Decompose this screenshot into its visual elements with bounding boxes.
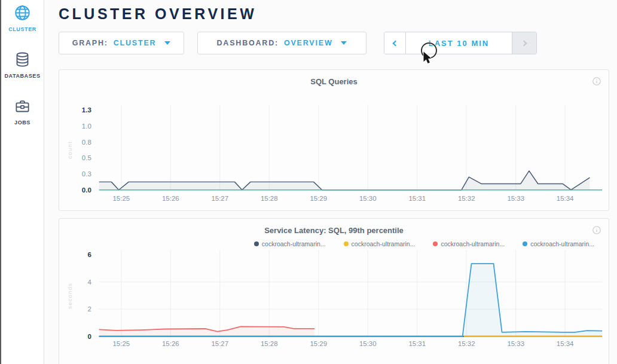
- svg-text:15:33: 15:33: [507, 195, 524, 202]
- sidebar-item-label: DATABASES: [4, 73, 40, 79]
- chevron-right-icon: [521, 40, 527, 46]
- svg-text:2: 2: [87, 305, 91, 313]
- dashboard-dropdown-value: OVERVIEW: [284, 39, 333, 47]
- legend-item[interactable]: cockroach-ultramarin...: [344, 240, 416, 247]
- main-content: CLUSTER OVERVIEW GRAPH: CLUSTER DASHBOAR…: [45, 0, 617, 364]
- svg-text:15:25: 15:25: [113, 340, 130, 347]
- page-title: CLUSTER OVERVIEW: [59, 5, 609, 23]
- sidebar: CLUSTER DATABASES JOBS: [1, 0, 44, 364]
- svg-text:15:26: 15:26: [162, 340, 179, 347]
- chart-title: Service Latency: SQL, 99th percentile: [59, 219, 609, 235]
- dashboard-dropdown[interactable]: DASHBOARD: OVERVIEW: [197, 32, 366, 54]
- time-window-dropdown[interactable]: LAST 10 MIN: [406, 32, 512, 54]
- legend-item[interactable]: cockroach-ultramarin...: [523, 240, 594, 247]
- chevron-down-icon: [164, 41, 170, 45]
- graph-dropdown[interactable]: GRAPH: CLUSTER: [59, 32, 184, 54]
- svg-text:15:26: 15:26: [162, 195, 179, 202]
- sidebar-item-cluster[interactable]: CLUSTER: [8, 5, 36, 32]
- svg-text:15:32: 15:32: [458, 340, 475, 347]
- time-window-next-button[interactable]: [512, 32, 536, 54]
- svg-text:1.0: 1.0: [82, 123, 91, 130]
- time-window-selector: LAST 10 MIN: [384, 32, 537, 54]
- svg-text:15:29: 15:29: [310, 340, 327, 347]
- svg-text:15:33: 15:33: [507, 340, 524, 347]
- svg-text:15:32: 15:32: [458, 195, 475, 202]
- legend-item[interactable]: cockroach-ultramarin...: [433, 240, 505, 247]
- svg-text:0: 0: [87, 333, 91, 340]
- service-latency-panel: Service Latency: SQL, 99th percentile co…: [59, 218, 609, 364]
- svg-text:15:31: 15:31: [408, 340, 426, 347]
- graph-dropdown-value: CLUSTER: [114, 39, 157, 47]
- sidebar-item-databases[interactable]: DATABASES: [4, 51, 40, 79]
- svg-text:15:30: 15:30: [359, 340, 377, 347]
- info-icon[interactable]: [592, 77, 601, 85]
- svg-text:0.0: 0.0: [82, 186, 91, 194]
- graph-dropdown-label: GRAPH:: [72, 39, 108, 47]
- globe-icon: [14, 5, 30, 23]
- svg-text:15:25: 15:25: [113, 195, 130, 202]
- legend-dot-icon: [433, 241, 438, 246]
- info-icon[interactable]: [592, 226, 601, 234]
- legend-dot-icon: [344, 241, 349, 246]
- svg-text:15:28: 15:28: [261, 195, 278, 202]
- svg-text:15:30: 15:30: [359, 195, 377, 202]
- svg-text:15:31: 15:31: [408, 195, 426, 202]
- chevron-left-icon: [393, 40, 399, 46]
- dashboard-dropdown-label: DASHBOARD:: [217, 39, 279, 47]
- svg-text:6: 6: [87, 251, 91, 258]
- legend: cockroach-ultramarin...cockroach-ultrama…: [59, 240, 609, 247]
- svg-text:0.5: 0.5: [82, 154, 91, 161]
- time-window-label: LAST 10 MIN: [429, 39, 489, 48]
- time-window-prev-button[interactable]: [384, 32, 406, 54]
- sql-queries-panel: SQL Queries 0.00.30.50.81.01.315:2515:26…: [59, 69, 609, 211]
- svg-text:count: count: [66, 141, 73, 158]
- svg-text:15:29: 15:29: [310, 195, 327, 202]
- svg-text:15:34: 15:34: [557, 340, 574, 347]
- svg-text:0.3: 0.3: [82, 170, 91, 178]
- svg-text:15:28: 15:28: [261, 340, 278, 347]
- legend-dot-icon: [254, 241, 259, 246]
- legend-dot-icon: [523, 241, 527, 246]
- svg-text:15:27: 15:27: [211, 340, 228, 347]
- svg-text:seconds: seconds: [66, 283, 73, 309]
- legend-item[interactable]: cockroach-ultramarin...: [254, 240, 326, 247]
- legend-label: cockroach-ultramarin...: [352, 240, 416, 247]
- svg-text:4: 4: [87, 279, 91, 286]
- briefcase-icon: [14, 98, 30, 117]
- databases-icon: [14, 51, 30, 70]
- legend-label: cockroach-ultramarin...: [530, 240, 594, 247]
- chevron-down-icon: [341, 41, 347, 45]
- sidebar-item-jobs[interactable]: JOBS: [14, 98, 30, 126]
- svg-text:15:34: 15:34: [557, 195, 574, 202]
- controls-row: GRAPH: CLUSTER DASHBOARD: OVERVIEW LAST …: [59, 32, 609, 54]
- sidebar-item-label: CLUSTER: [8, 26, 36, 32]
- sidebar-item-label: JOBS: [14, 120, 30, 126]
- svg-text:15:27: 15:27: [211, 195, 228, 202]
- svg-text:1.3: 1.3: [82, 106, 91, 114]
- legend-label: cockroach-ultramarin...: [441, 240, 505, 247]
- svg-text:0.8: 0.8: [82, 139, 91, 146]
- service-latency-chart[interactable]: 024615:2515:2615:2715:2815:2915:3015:311…: [59, 250, 609, 348]
- chart-title: SQL Queries: [59, 70, 609, 86]
- sql-queries-chart[interactable]: 0.00.30.50.81.01.315:2515:2615:2715:2815…: [59, 93, 609, 209]
- legend-label: cockroach-ultramarin...: [262, 240, 326, 247]
